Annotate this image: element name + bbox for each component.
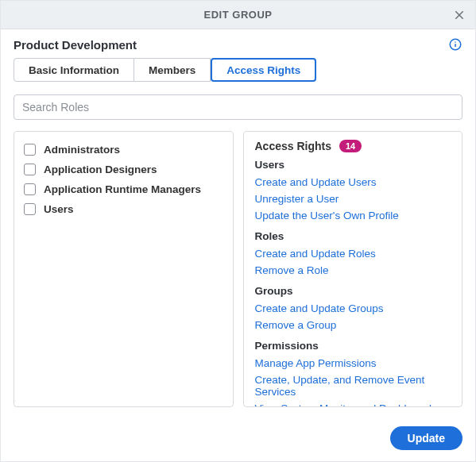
modal-body: Product Development Basic InformationMem… — [1, 29, 475, 418]
group-name: Product Development — [14, 38, 137, 52]
rights-section-title: Permissions — [255, 340, 451, 352]
checkbox-icon[interactable] — [24, 164, 36, 175]
role-label: Administrators — [44, 144, 120, 156]
checkbox-icon[interactable] — [24, 203, 36, 215]
modal-title: EDIT GROUP — [204, 9, 273, 21]
svg-point-4 — [455, 41, 456, 43]
panels: AdministratorsApplication DesignersAppli… — [14, 131, 462, 407]
search-input[interactable] — [14, 94, 462, 120]
right-link[interactable]: Remove a Role — [255, 262, 451, 279]
rights-section-title: Groups — [255, 285, 451, 297]
info-icon[interactable] — [448, 37, 462, 52]
roles-panel[interactable]: AdministratorsApplication DesignersAppli… — [14, 131, 234, 407]
role-item[interactable]: Users — [14, 199, 233, 219]
close-icon[interactable] — [450, 6, 469, 25]
update-button[interactable]: Update — [390, 426, 462, 450]
right-link[interactable]: Create and Update Groups — [255, 300, 451, 317]
modal-header: EDIT GROUP — [1, 1, 475, 29]
right-link[interactable]: Update the User's Own Profile — [255, 207, 451, 224]
tab-basic-information[interactable]: Basic Information — [14, 58, 134, 82]
right-link[interactable]: Remove a Group — [255, 317, 451, 333]
rights-panel[interactable]: Access Rights 14 UsersCreate and Update … — [243, 131, 463, 407]
rights-header: Access Rights 14 — [255, 140, 451, 152]
right-link[interactable]: Create and Update Roles — [255, 245, 451, 262]
modal-footer: Update — [1, 418, 475, 461]
role-label: Application Designers — [44, 164, 157, 175]
tab-members[interactable]: Members — [134, 58, 211, 82]
role-item[interactable]: Application Runtime Managers — [14, 179, 233, 199]
right-link[interactable]: Create, Update, and Remove Event Service… — [255, 372, 451, 400]
role-label: Users — [44, 203, 74, 215]
role-item[interactable]: Administrators — [14, 140, 233, 160]
right-link[interactable]: View System Monitor and Dashboard — [255, 400, 451, 407]
rights-title: Access Rights — [255, 140, 331, 152]
tab-access-rights[interactable]: Access Rights — [211, 58, 316, 82]
role-item[interactable]: Application Designers — [14, 160, 233, 179]
rights-section-title: Roles — [255, 230, 451, 242]
title-row: Product Development — [14, 37, 462, 52]
rights-section-title: Users — [255, 159, 451, 171]
edit-group-modal: EDIT GROUP Product Development Basic Inf… — [0, 0, 476, 462]
right-link[interactable]: Manage App Permissions — [255, 355, 451, 372]
tabs: Basic InformationMembersAccess Rights — [14, 58, 462, 82]
checkbox-icon[interactable] — [24, 144, 36, 156]
right-link[interactable]: Create and Update Users — [255, 174, 451, 191]
role-label: Application Runtime Managers — [44, 183, 201, 195]
rights-count-badge: 14 — [339, 140, 362, 152]
checkbox-icon[interactable] — [24, 183, 36, 195]
right-link[interactable]: Unregister a User — [255, 191, 451, 207]
